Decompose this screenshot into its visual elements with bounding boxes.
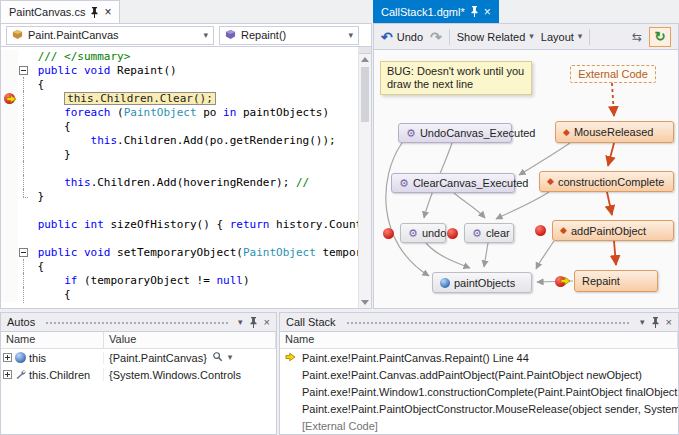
fold-collapse-icon[interactable] xyxy=(19,248,28,257)
breakpoint-margin[interactable] xyxy=(1,120,18,134)
redo-button[interactable]: ↷ xyxy=(430,30,442,44)
pin-icon[interactable] xyxy=(470,6,479,17)
graph-node-ClearCanvas_Executed[interactable]: ⚙ClearCanvas_Executed xyxy=(391,173,515,193)
fold-margin[interactable] xyxy=(18,246,31,260)
fold-margin[interactable] xyxy=(18,260,31,274)
layout-dropdown[interactable]: Layout ▾ xyxy=(541,31,583,43)
fold-margin[interactable] xyxy=(18,190,31,204)
breakpoint-margin[interactable] xyxy=(1,50,18,64)
fold-margin[interactable] xyxy=(18,162,31,176)
graph-canvas[interactable]: BUG: Doesn't work until you draw the nex… xyxy=(373,50,679,309)
breakpoint-icon[interactable] xyxy=(383,228,394,239)
method-dropdown[interactable]: Repaint() ▾ xyxy=(219,26,359,45)
graph-node-constructionComplete[interactable]: ◆constructionComplete xyxy=(539,171,674,192)
fold-margin[interactable] xyxy=(18,78,31,92)
callstack-row[interactable]: Paint.exe!Paint.PaintObjectConstructor.M… xyxy=(280,400,678,417)
breakpoint-margin[interactable] xyxy=(1,218,18,232)
fold-margin[interactable] xyxy=(18,64,31,78)
breakpoint-margin[interactable] xyxy=(1,92,18,106)
callstack-row[interactable]: Paint.exe!Paint.PaintCanvas.Repaint() Li… xyxy=(280,349,678,366)
breakpoint-icon[interactable] xyxy=(447,228,458,239)
column-header-name[interactable]: Name xyxy=(280,332,678,348)
tab-callstack-dgml[interactable]: CallStack1.dgml* × xyxy=(373,0,499,23)
breakpoint-margin[interactable] xyxy=(1,176,18,190)
callstack-row[interactable]: Paint.exe!Paint.Window1.constructionComp… xyxy=(280,383,678,400)
fold-margin[interactable] xyxy=(18,176,31,190)
window-position-icon[interactable]: ▾ xyxy=(238,318,243,327)
magnifier-icon[interactable] xyxy=(212,351,223,364)
breakpoint-margin[interactable] xyxy=(1,162,18,176)
scroll-down-arrow[interactable] xyxy=(361,300,369,305)
graph-node-UndoCanvas_Executed[interactable]: ⚙UndoCanvas_Executed xyxy=(398,123,512,143)
fold-margin[interactable] xyxy=(18,204,31,218)
autos-titlebar[interactable]: Autos ▾ × xyxy=(1,313,276,332)
breakpoint-margin[interactable] xyxy=(1,274,18,288)
drag-grip[interactable] xyxy=(45,320,228,325)
splitter-grip[interactable] xyxy=(359,47,371,54)
graph-node-Repaint[interactable]: Repaint xyxy=(574,270,658,292)
breakpoint-margin[interactable] xyxy=(1,106,18,120)
pin-icon[interactable] xyxy=(249,317,258,328)
code-editor[interactable]: /// </summary> public void Repaint() { t… xyxy=(0,47,372,309)
pin-icon[interactable] xyxy=(90,7,99,18)
breakpoint-margin[interactable] xyxy=(1,134,18,148)
callstack-rows: Paint.exe!Paint.PaintCanvas.Repaint() Li… xyxy=(280,349,678,434)
show-related-dropdown[interactable]: Show Related ▾ xyxy=(457,31,534,43)
undo-button[interactable]: ↶ Undo xyxy=(381,30,423,44)
fold-margin[interactable] xyxy=(18,134,31,148)
autos-row[interactable]: this.Children{System.Windows.Controls xyxy=(1,366,276,383)
autos-row[interactable]: this{Paint.PaintCanvas}▾ xyxy=(1,349,276,366)
class-dropdown[interactable]: Paint.PaintCanvas ▾ xyxy=(6,26,214,45)
fold-margin[interactable] xyxy=(18,288,31,302)
expand-icon[interactable] xyxy=(3,353,12,362)
graph-node-ExternalCode[interactable]: External Code xyxy=(570,65,656,83)
breakpoint-margin[interactable] xyxy=(1,288,18,302)
scrollbar-thumb[interactable] xyxy=(361,67,369,122)
fold-margin[interactable] xyxy=(18,120,31,134)
bug-note[interactable]: BUG: Doesn't work until you draw the nex… xyxy=(380,61,532,95)
tab-paintcanvas[interactable]: PaintCanvas.cs × xyxy=(0,0,120,23)
frame-text: [External Code] xyxy=(302,420,378,432)
breakpoint-margin[interactable] xyxy=(1,190,18,204)
breakpoint-margin[interactable] xyxy=(1,246,18,260)
close-icon[interactable]: × xyxy=(484,6,491,18)
drag-grip[interactable] xyxy=(346,320,631,325)
editor-vertical-scrollbar[interactable] xyxy=(358,47,371,308)
breakpoint-margin[interactable] xyxy=(1,64,18,78)
breakpoint-margin[interactable] xyxy=(1,204,18,218)
callstack-row[interactable]: Paint.exe!Paint.Canvas.addPaintObject(Pa… xyxy=(280,366,678,383)
graph-node-MouseReleased[interactable]: ◆MouseReleased xyxy=(555,121,674,143)
fold-margin[interactable] xyxy=(18,232,31,246)
expand-icon[interactable] xyxy=(3,370,12,379)
fold-margin[interactable] xyxy=(18,50,31,64)
fold-collapse-icon[interactable] xyxy=(19,66,28,75)
fold-margin[interactable] xyxy=(18,218,31,232)
graph-node-addPaintObject[interactable]: ◆addPaintObject xyxy=(552,220,674,241)
close-icon[interactable]: × xyxy=(666,316,672,328)
graph-node-paintObjects[interactable]: paintObjects xyxy=(432,272,532,293)
sync-graph-button[interactable]: ↻ xyxy=(649,27,671,47)
breakpoint-margin[interactable] xyxy=(1,232,18,246)
close-icon[interactable]: × xyxy=(104,6,111,18)
close-icon[interactable]: × xyxy=(264,316,270,328)
callstack-titlebar[interactable]: Call Stack ▾ × xyxy=(280,313,678,332)
breakpoint-margin[interactable] xyxy=(1,148,18,162)
graph-node-clear[interactable]: ⚙clear xyxy=(464,223,514,243)
breakpoint-icon[interactable] xyxy=(535,225,546,236)
fold-margin[interactable] xyxy=(18,274,31,288)
flow-direction-button[interactable]: ⇆ xyxy=(632,31,642,43)
window-position-icon[interactable]: ▾ xyxy=(640,318,645,327)
fold-margin[interactable] xyxy=(18,92,31,106)
fold-margin[interactable] xyxy=(18,106,31,120)
breakpoint-margin[interactable] xyxy=(1,78,18,92)
column-header-value[interactable]: Value xyxy=(104,332,276,348)
fold-margin[interactable] xyxy=(18,148,31,162)
chevron-down-icon[interactable]: ▾ xyxy=(228,353,233,362)
callstack-row[interactable]: [External Code] xyxy=(280,417,678,434)
graph-node-undo[interactable]: ⚙undo xyxy=(400,223,446,243)
scroll-up-arrow[interactable] xyxy=(361,57,369,62)
breakpoint-margin[interactable] xyxy=(1,260,18,274)
column-header-name[interactable]: Name xyxy=(1,332,104,348)
pin-icon[interactable] xyxy=(651,317,660,328)
graph-edge-ExternalCode-MouseReleased xyxy=(612,83,614,116)
